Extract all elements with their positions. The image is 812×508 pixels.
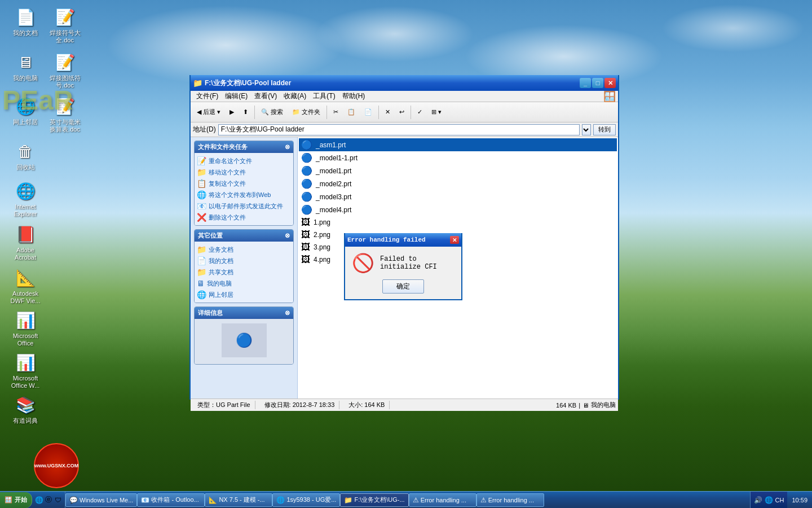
desktop-icon-doc2[interactable]: 📝 焊接图纸符号.doc [45, 51, 85, 89]
menu-help[interactable]: 帮助(H) [339, 90, 369, 102]
search-button[interactable]: 🔍 搜索 [257, 104, 287, 120]
model3-file-icon: 🔵 [301, 191, 312, 202]
taskbar-btn-error2[interactable]: ⚠ Error handling ... [476, 493, 544, 507]
sidebar-link-delete[interactable]: ❌ 删除这个文件 [197, 212, 291, 223]
ie-label: InternetExplorer [6, 203, 45, 218]
start-button[interactable]: 🪟 开始 [0, 492, 32, 508]
paste-button[interactable]: 📄 [360, 104, 376, 120]
copy-button[interactable]: 📋 [343, 104, 359, 120]
business-docs-icon: 📁 [197, 245, 206, 254]
publish-icon: 🌐 [197, 190, 206, 199]
go-button[interactable]: 转到 [593, 124, 616, 135]
sidebar-link-business-docs[interactable]: 📁 业务文档 [197, 244, 291, 255]
taskbar-btn-error1[interactable]: ⚠ Error handling ... [409, 493, 476, 507]
minimize-button[interactable]: _ [580, 78, 591, 88]
desktop-icon-msoffice[interactable]: 📊 MicrosoftOffice [6, 309, 45, 347]
address-input[interactable] [218, 124, 580, 135]
views-button[interactable]: ⊞ ▾ [427, 104, 445, 120]
explorer-titlebar[interactable]: 📁 F:\业务文档\UG-Pool ladder _ □ ✕ [191, 75, 618, 91]
sidebar-link-my-computer-loc[interactable]: 🖥 我的电脑 [197, 278, 291, 289]
desktop-icon-autodesk[interactable]: 📐 AutodeskDWF Vie... [6, 266, 45, 305]
menu-edit[interactable]: 编辑(E) [222, 90, 251, 102]
desktop-icon-ie[interactable]: 🌐 InternetExplorer [6, 179, 45, 218]
file-item-model4[interactable]: 🔵 _model4.prt [299, 203, 617, 216]
ie-quick-icon2[interactable]: ⓔ [44, 496, 53, 505]
sidebar-link-email[interactable]: 📧 以电子邮件形式发送此文件 [197, 200, 291, 212]
forward-button[interactable]: ▶ [226, 104, 238, 120]
system-tray: 🔊 🌐 CH [750, 492, 788, 508]
shield-quick-icon[interactable]: 🛡 [54, 496, 63, 505]
desktop-icon-my-docs[interactable]: 📄 我的文档 [6, 6, 45, 37]
desktop-icon-my-computer[interactable]: 🖥 我的电脑 [6, 51, 45, 82]
copy-file-icon: 📋 [197, 179, 206, 188]
sidebar-link-copy[interactable]: 📋 复制这个文件 [197, 178, 291, 189]
details-thumbnail-icon: 🔵 [236, 332, 253, 348]
desktop-icon-cidian[interactable]: 📚 有道词典 [6, 393, 45, 424]
start-icon: 🪟 [5, 496, 12, 503]
cut-button[interactable]: ✂ [329, 104, 342, 120]
sidebar-link-move[interactable]: 📁 移动这个文件 [197, 167, 291, 178]
file-item-model1[interactable]: 🔵 _model1.prt [299, 164, 617, 177]
error-titlebar[interactable]: Error handling failed ✕ [345, 233, 461, 247]
status-right-size: 164 KB [556, 402, 576, 409]
ime-indicator[interactable]: CH [775, 497, 784, 503]
up-button[interactable]: ⬆ [239, 104, 252, 120]
sidebar-link-my-documents[interactable]: 📄 我的文档 [197, 255, 291, 266]
window-controls: _ □ ✕ [580, 78, 616, 88]
other-locations-header[interactable]: 其它位置 ⊗ [195, 230, 293, 242]
file-item-asm1[interactable]: 🔵 _asm1.prt [299, 138, 617, 151]
status-size: 大小: 164 KB [344, 401, 390, 409]
file-item-model3[interactable]: 🔵 _model3.prt [299, 190, 617, 203]
sound-icon[interactable]: 🔊 [754, 496, 762, 504]
sidebar-link-network-loc[interactable]: 🌐 网上邻居 [197, 289, 291, 300]
error-close-button[interactable]: ✕ [450, 236, 459, 244]
sidebar-link-shared-docs[interactable]: 📁 共享文档 [197, 266, 291, 278]
desktop-icon-msoffice2[interactable]: 📊 MicrosoftOffice W... [6, 351, 45, 389]
network-tray-icon[interactable]: 🌐 [765, 496, 773, 504]
undo-button[interactable]: ↩ [395, 104, 408, 120]
details-header[interactable]: 详细信息 ⊗ [195, 307, 293, 319]
menu-view[interactable]: 查看(V) [251, 90, 280, 102]
delete-button[interactable]: ✕ [381, 104, 394, 120]
msoffice-icon: 📊 [14, 309, 37, 331]
folders-button[interactable]: 📁 文件夹 [288, 104, 324, 120]
windows-live-label: Windows Live Me... [80, 497, 133, 503]
file-item-model2[interactable]: 🔵 _model2.prt [299, 177, 617, 190]
model2-file-name: _model2.prt [316, 180, 351, 188]
file-tasks-body: 📝 重命名这个文件 📁 移动这个文件 📋 复制这个文件 🌐 [195, 153, 293, 225]
menu-file[interactable]: 文件(F) [193, 90, 222, 102]
file-tasks-header[interactable]: 文件和文件夹任务 ⊗ [195, 141, 293, 153]
taskbar-btn-outlook[interactable]: 📧 收件箱 - Outloo... [137, 493, 205, 507]
menu-tools[interactable]: 工具(T) [310, 90, 338, 102]
sidebar-link-publish[interactable]: 🌐 将这个文件发布到Web [197, 189, 291, 200]
view-button[interactable]: ✓ [413, 104, 426, 120]
maximize-button[interactable]: □ [592, 78, 603, 88]
desktop-icon-acrobat[interactable]: 📕 AdobeAcrobat [6, 223, 45, 261]
ie-quick-icon[interactable]: 🌐 [34, 496, 43, 505]
error1-label: Error handling ... [421, 497, 466, 503]
outlook-icon: 📧 [141, 496, 149, 504]
taskbar-btn-windows-live[interactable]: 💬 Windows Live Me... [65, 493, 137, 507]
status-bar: 类型：UG Part File 修改日期: 2012-8-7 18:33 大小:… [191, 398, 618, 411]
my-computer-loc-icon: 🖥 [197, 279, 205, 288]
explorer-tb-icon: 📁 [344, 496, 352, 504]
taskbar-clock[interactable]: 10:59 [787, 497, 812, 503]
error-ok-button[interactable]: 确定 [382, 279, 424, 294]
model4-file-name: _model4.prt [316, 206, 351, 214]
taskbar-btn-nx[interactable]: 📐 NX 7.5 - 建模 -... [205, 493, 272, 507]
address-dropdown[interactable]: ▾ [582, 124, 591, 135]
file-item-1png[interactable]: 🖼 1.png [299, 216, 617, 229]
desktop-icon-doc1[interactable]: 📝 焊接符号大全.doc [45, 6, 85, 44]
file-item-model1-1[interactable]: 🔵 _model1-1.prt [299, 151, 617, 164]
sidebar-link-rename[interactable]: 📝 重命名这个文件 [197, 155, 291, 167]
close-button[interactable]: ✕ [604, 78, 616, 88]
menu-favorites[interactable]: 收藏(A) [280, 90, 310, 102]
back-button[interactable]: ◀ 后退 ▾ [193, 104, 224, 120]
taskbar-btn-ug-web[interactable]: 🌐 1sy5938 - UG爱... [272, 493, 340, 507]
my-computer-label: 我的电脑 [6, 75, 45, 82]
views-icon: ⊞ [431, 108, 436, 116]
3png-file-name: 3.png [314, 243, 330, 251]
taskbar-btn-explorer[interactable]: 📁 F:\业务文档\UG-... [340, 493, 408, 507]
back-dropdown-icon: ▾ [217, 108, 220, 116]
desktop-icon-recycle[interactable]: 🗑 回收站 [6, 140, 45, 171]
